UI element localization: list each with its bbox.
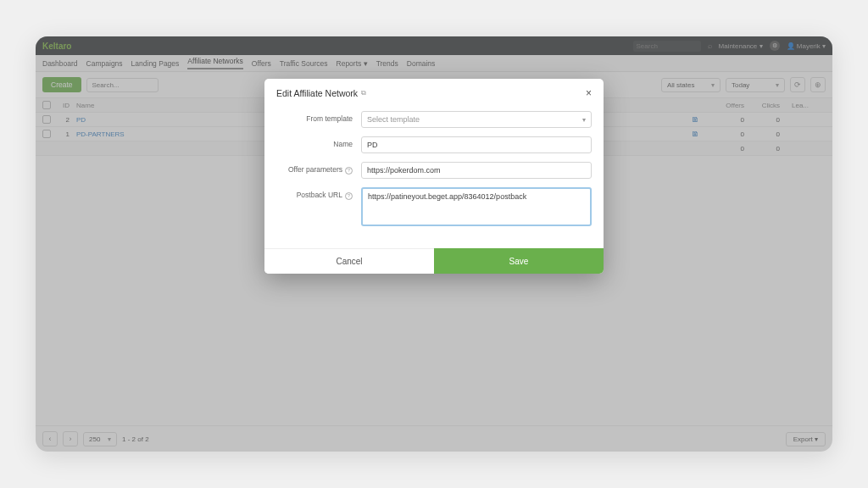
postback-label: Postback URL? [276, 187, 361, 200]
chevron-down-icon: ▾ [582, 116, 586, 124]
cancel-button[interactable]: Cancel [264, 248, 434, 274]
modal-overlay: Edit Affiliate Network ⧉ × From template… [36, 36, 832, 452]
template-placeholder: Select template [367, 115, 420, 124]
offer-params-input[interactable] [361, 162, 592, 179]
modal-title: Edit Affiliate Network [276, 88, 358, 98]
copy-icon[interactable]: ⧉ [361, 89, 366, 97]
save-button[interactable]: Save [434, 248, 604, 274]
close-icon[interactable]: × [586, 87, 592, 99]
offer-params-label: Offer parameters? [276, 162, 361, 175]
name-input[interactable] [361, 136, 592, 153]
postback-textarea[interactable] [361, 187, 592, 226]
template-select[interactable]: Select template ▾ [361, 111, 592, 128]
info-icon[interactable]: ? [345, 167, 353, 175]
template-label: From template [276, 111, 361, 123]
edit-affiliate-modal: Edit Affiliate Network ⧉ × From template… [264, 79, 604, 274]
info-icon[interactable]: ? [345, 192, 353, 200]
name-label: Name [276, 136, 361, 148]
